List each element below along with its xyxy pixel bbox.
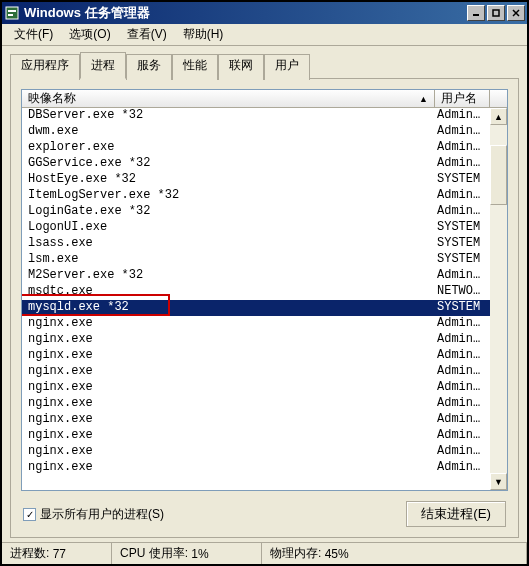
scroll-down-button[interactable]: ▼ [490,473,507,490]
table-row[interactable]: nginx.exeAdmin… [22,460,507,476]
process-name: nginx.exe [22,332,435,348]
table-row[interactable]: nginx.exeAdmin… [22,332,507,348]
process-name: ItemLogServer.exe *32 [22,188,435,204]
process-user: Admin… [435,460,490,476]
process-user: Admin… [435,316,490,332]
process-name: nginx.exe [22,380,435,396]
process-list[interactable]: 映像名称 ▲ 用户名 DBServer.exe *32Admin…dwm.exe… [21,89,508,491]
table-row[interactable]: GGService.exe *32Admin… [22,156,507,172]
content-footer: ✓ 显示所有用户的进程(S) 结束进程(E) [21,501,508,527]
vertical-scrollbar[interactable]: ▲ ▼ [490,108,507,490]
process-name: nginx.exe [22,396,435,412]
table-row[interactable]: lsm.exeSYSTEM [22,252,507,268]
process-user: Admin… [435,412,490,428]
process-name: nginx.exe [22,444,435,460]
table-row[interactable]: nginx.exeAdmin… [22,444,507,460]
table-row[interactable]: nginx.exeAdmin… [22,412,507,428]
table-row[interactable]: M2Server.exe *32Admin… [22,268,507,284]
sort-ascending-icon: ▲ [419,94,428,104]
menu-view[interactable]: 查看(V) [119,24,175,45]
process-name: nginx.exe [22,412,435,428]
process-user: Admin… [435,396,490,412]
process-user: Admin… [435,348,490,364]
titlebar[interactable]: Windows 任务管理器 [2,2,527,24]
table-row[interactable]: mysqld.exe *32SYSTEM [22,300,507,316]
col-header-name-label: 映像名称 [28,90,76,107]
table-row[interactable]: explorer.exeAdmin… [22,140,507,156]
process-user: Admin… [435,380,490,396]
table-row[interactable]: nginx.exeAdmin… [22,364,507,380]
tab-processes[interactable]: 进程 [80,52,126,79]
svg-rect-4 [493,10,499,16]
process-name: lsass.exe [22,236,435,252]
table-row[interactable]: dwm.exeAdmin… [22,124,507,140]
tab-strip: 应用程序 进程 服务 性能 联网 用户 [2,46,527,79]
table-row[interactable]: msdtc.exeNETWO… [22,284,507,300]
process-user: NETWO… [435,284,490,300]
list-body: DBServer.exe *32Admin…dwm.exeAdmin…explo… [22,108,507,490]
process-name: explorer.exe [22,140,435,156]
process-user: SYSTEM [435,236,490,252]
col-header-scroll-spacer [490,90,507,107]
tab-services[interactable]: 服务 [126,54,172,80]
table-row[interactable]: nginx.exeAdmin… [22,380,507,396]
svg-rect-0 [6,7,18,19]
tab-content: 映像名称 ▲ 用户名 DBServer.exe *32Admin…dwm.exe… [10,79,519,538]
table-row[interactable]: DBServer.exe *32Admin… [22,108,507,124]
list-header: 映像名称 ▲ 用户名 [22,90,507,108]
process-user: Admin… [435,124,490,140]
process-name: HostEye.exe *32 [22,172,435,188]
close-button[interactable] [507,5,525,21]
tab-performance[interactable]: 性能 [172,54,218,80]
process-user: Admin… [435,204,490,220]
process-user: SYSTEM [435,300,490,316]
process-user: Admin… [435,444,490,460]
table-row[interactable]: lsass.exeSYSTEM [22,236,507,252]
status-cpu: CPU 使用率: 1% [112,543,262,564]
process-user: Admin… [435,156,490,172]
table-row[interactable]: nginx.exeAdmin… [22,396,507,412]
table-row[interactable]: nginx.exeAdmin… [22,316,507,332]
statusbar: 进程数: 77 CPU 使用率: 1% 物理内存: 45% [2,542,527,564]
process-name: msdtc.exe [22,284,435,300]
process-user: Admin… [435,428,490,444]
menu-help[interactable]: 帮助(H) [175,24,232,45]
table-row[interactable]: ItemLogServer.exe *32Admin… [22,188,507,204]
window-controls [467,5,525,21]
show-all-users-checkbox[interactable]: ✓ 显示所有用户的进程(S) [23,506,164,523]
table-row[interactable]: LogonUI.exeSYSTEM [22,220,507,236]
process-name: DBServer.exe *32 [22,108,435,124]
end-process-button[interactable]: 结束进程(E) [406,501,506,527]
table-row[interactable]: LoginGate.exe *32Admin… [22,204,507,220]
process-user: SYSTEM [435,172,490,188]
process-name: dwm.exe [22,124,435,140]
checkbox-icon: ✓ [23,508,36,521]
process-name: nginx.exe [22,364,435,380]
table-row[interactable]: nginx.exeAdmin… [22,428,507,444]
process-name: LoginGate.exe *32 [22,204,435,220]
tab-users[interactable]: 用户 [264,54,310,80]
scroll-track[interactable] [490,125,507,473]
minimize-button[interactable] [467,5,485,21]
col-header-name[interactable]: 映像名称 ▲ [22,90,435,107]
process-name: nginx.exe [22,316,435,332]
menu-file[interactable]: 文件(F) [6,24,61,45]
tab-applications[interactable]: 应用程序 [10,54,80,80]
process-user: SYSTEM [435,252,490,268]
tab-networking[interactable]: 联网 [218,54,264,80]
table-row[interactable]: nginx.exeAdmin… [22,348,507,364]
process-name: nginx.exe [22,348,435,364]
scroll-up-button[interactable]: ▲ [490,108,507,125]
col-header-user[interactable]: 用户名 [435,90,490,107]
app-icon [4,5,20,21]
status-memory: 物理内存: 45% [262,543,527,564]
process-name: lsm.exe [22,252,435,268]
scroll-thumb[interactable] [490,145,507,205]
menubar: 文件(F) 选项(O) 查看(V) 帮助(H) [2,24,527,46]
process-user: Admin… [435,188,490,204]
maximize-button[interactable] [487,5,505,21]
svg-rect-1 [8,10,16,12]
table-row[interactable]: HostEye.exe *32SYSTEM [22,172,507,188]
process-user: Admin… [435,140,490,156]
menu-options[interactable]: 选项(O) [61,24,118,45]
